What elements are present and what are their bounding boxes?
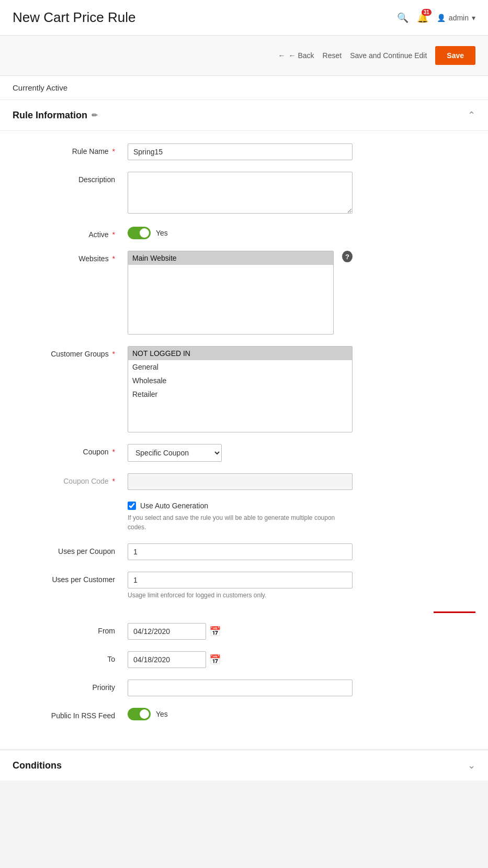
coupon-code-field-wrap — [128, 473, 353, 490]
from-date-wrap: 📅 — [128, 623, 353, 640]
rule-name-input[interactable] — [128, 143, 353, 160]
admin-menu[interactable]: 👤 admin ▾ — [437, 14, 475, 22]
save-button[interactable]: Save — [435, 46, 475, 65]
coupon-field-wrap: No Coupon Specific Coupon Auto Generated — [128, 444, 353, 462]
description-input[interactable] — [128, 172, 353, 214]
rss-toggle[interactable] — [128, 708, 151, 720]
websites-select[interactable]: Main Website — [128, 251, 334, 335]
to-row: To 📅 — [13, 651, 475, 668]
conditions-section: Conditions ⌄ — [0, 750, 488, 781]
section-title: Rule Information — [13, 110, 87, 121]
active-row: Active * Yes — [13, 227, 475, 239]
rss-toggle-label: Yes — [156, 710, 168, 718]
save-label: Save — [447, 51, 464, 60]
priority-row: Priority — [13, 680, 475, 696]
collapse-icon[interactable]: ⌃ — [468, 109, 475, 121]
red-divider-wrap — [13, 611, 475, 614]
websites-row: Websites * Main Website ? — [13, 251, 475, 335]
priority-label: Priority — [13, 680, 128, 692]
auto-generation-helper: If you select and save the rule you will… — [128, 513, 353, 532]
rule-name-label: Rule Name * — [13, 143, 128, 155]
from-field-wrap: 📅 — [128, 623, 353, 640]
coupon-label: Coupon * — [13, 444, 128, 456]
rss-toggle-slider — [128, 708, 151, 720]
rss-toggle-wrap: Yes — [128, 708, 353, 720]
save-continue-button[interactable]: Save and Continue Edit — [350, 51, 427, 60]
rule-information-header[interactable]: Rule Information ✏ ⌃ — [0, 100, 488, 131]
header-icons: 🔍 🔔 31 👤 admin ▾ — [397, 12, 475, 24]
customer-groups-label: Customer Groups * — [13, 346, 128, 358]
coupon-code-row: Coupon Code * — [13, 473, 475, 490]
description-row: Description — [13, 172, 475, 215]
chevron-down-icon: ▾ — [472, 14, 475, 22]
uses-per-coupon-input[interactable] — [128, 543, 353, 560]
conditions-title: Conditions — [13, 760, 62, 771]
reset-label: Reset — [323, 51, 342, 60]
page-header: New Cart Price Rule 🔍 🔔 31 👤 admin ▾ — [0, 0, 488, 36]
reset-button[interactable]: Reset — [323, 51, 342, 60]
active-field-wrap: Yes — [128, 227, 353, 239]
from-date-input[interactable] — [128, 623, 206, 640]
coupon-select[interactable]: No Coupon Specific Coupon Auto Generated — [128, 444, 222, 462]
section-title-wrap: Rule Information ✏ — [13, 110, 98, 121]
rss-label: Public In RSS Feed — [13, 708, 128, 720]
rss-field-wrap: Yes — [128, 708, 353, 720]
description-field-wrap — [128, 172, 353, 215]
required-indicator: * — [112, 477, 115, 485]
websites-help-icon[interactable]: ? — [342, 251, 353, 262]
websites-select-wrap: Main Website ? — [128, 251, 353, 335]
required-indicator: * — [112, 147, 115, 155]
active-toggle[interactable] — [128, 227, 151, 239]
back-label: ← Back — [289, 51, 314, 60]
website-option-main: Main Website — [128, 251, 333, 265]
customer-groups-row: Customer Groups * NOT LOGGED IN General … — [13, 346, 475, 432]
websites-label: Websites * — [13, 251, 128, 263]
auto-generation-checkbox-wrap: Use Auto Generation — [128, 502, 353, 510]
auto-generation-label-spacer — [13, 502, 128, 505]
notification-badge: 31 — [422, 9, 432, 16]
edit-icon[interactable]: ✏ — [92, 111, 98, 119]
priority-input[interactable] — [128, 680, 353, 696]
to-calendar-icon[interactable]: 📅 — [209, 654, 221, 665]
to-label: To — [13, 651, 128, 663]
to-date-input[interactable] — [128, 651, 206, 668]
form-body: Rule Name * Description Active * — [0, 131, 488, 749]
uses-per-customer-row: Uses per Customer Usage limit enforced f… — [13, 572, 475, 600]
from-calendar-icon[interactable]: 📅 — [209, 626, 221, 637]
active-toggle-label: Yes — [156, 229, 168, 237]
uses-per-customer-input[interactable] — [128, 572, 353, 588]
to-field-wrap: 📅 — [128, 651, 353, 668]
conditions-collapse-icon[interactable]: ⌄ — [468, 760, 475, 771]
customer-groups-select[interactable]: NOT LOGGED IN General Wholesale Retailer — [128, 346, 353, 432]
search-button[interactable]: 🔍 — [397, 12, 408, 24]
coupon-code-label: Coupon Code * — [13, 473, 128, 485]
auto-generation-label: Use Auto Generation — [140, 502, 208, 510]
save-continue-label: Save and Continue Edit — [350, 51, 427, 60]
customer-groups-field-wrap: NOT LOGGED IN General Wholesale Retailer — [128, 346, 353, 432]
rss-row: Public In RSS Feed Yes — [13, 708, 475, 720]
conditions-header[interactable]: Conditions ⌄ — [0, 750, 488, 781]
notifications-button[interactable]: 🔔 31 — [417, 12, 428, 24]
auto-generation-row: Use Auto Generation If you select and sa… — [13, 502, 475, 532]
coupon-code-input[interactable] — [128, 473, 353, 490]
uses-per-coupon-row: Uses per Coupon — [13, 543, 475, 560]
group-option-not-logged-in: NOT LOGGED IN — [128, 347, 352, 360]
red-divider — [434, 611, 475, 613]
back-button[interactable]: ← ← Back — [278, 51, 314, 60]
required-indicator: * — [112, 350, 115, 358]
from-label: From — [13, 623, 128, 635]
required-indicator: * — [112, 254, 115, 263]
uses-per-customer-helper: Usage limit enforced for logged in custo… — [128, 591, 353, 600]
status-label: Currently Active — [13, 83, 67, 92]
uses-per-coupon-label: Uses per Coupon — [13, 543, 128, 555]
page-title: New Cart Price Rule — [13, 9, 136, 26]
websites-field-wrap: Main Website ? — [128, 251, 353, 335]
uses-per-customer-field-wrap: Usage limit enforced for logged in custo… — [128, 572, 353, 600]
required-indicator: * — [112, 230, 115, 239]
active-toggle-wrap: Yes — [128, 227, 353, 239]
from-row: From 📅 — [13, 623, 475, 640]
search-icon: 🔍 — [397, 13, 408, 23]
auto-generation-checkbox[interactable] — [128, 502, 136, 510]
description-label: Description — [13, 172, 128, 184]
rule-name-row: Rule Name * — [13, 143, 475, 160]
